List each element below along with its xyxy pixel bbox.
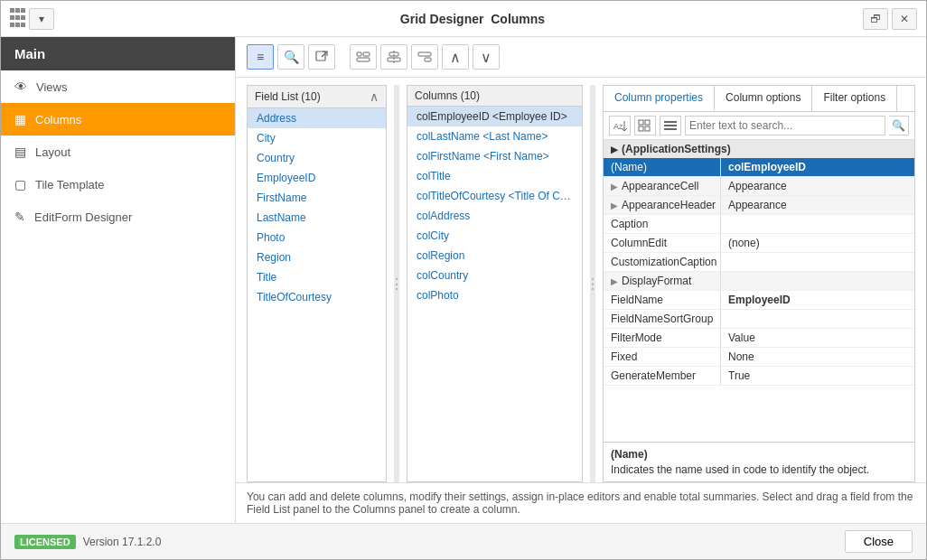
grid-dropdown-btn[interactable]: ▾ — [29, 8, 54, 30]
list-item[interactable]: colTitleOfCourtesy <Title Of Courte…> — [407, 186, 582, 206]
props-value: Appearance — [721, 177, 914, 195]
list-item[interactable]: colCity — [407, 226, 582, 246]
props-sort-btn[interactable]: A Z — [609, 116, 631, 135]
props-search-btn[interactable]: 🔍 — [889, 116, 909, 135]
sidebar-item-tile-template[interactable]: ▢ Tile Template — [1, 168, 235, 201]
props-toolbar: A Z — [604, 112, 914, 140]
sidebar-header: Main — [1, 37, 235, 70]
props-row[interactable]: ColumnEdit (none) — [604, 234, 914, 253]
restore-btn[interactable]: 🗗 — [863, 8, 888, 30]
props-value: Value — [721, 329, 914, 347]
list-item[interactable]: colFirstName <First Name> — [407, 146, 582, 166]
licensed-badge: LICENSED — [14, 535, 76, 549]
layout-icon: ▤ — [14, 145, 26, 159]
props-value: EmployeeID — [721, 291, 914, 309]
move-up-btn[interactable]: ∧ — [442, 44, 469, 70]
footer-close-btn[interactable]: Close — [845, 530, 913, 553]
columns-list-panel: Columns (10) colEmployeeID <Employee ID>… — [407, 85, 583, 482]
drag-handle-2[interactable] — [590, 85, 595, 482]
svg-rect-19 — [664, 128, 677, 130]
svg-rect-9 — [425, 58, 431, 61]
props-search-input[interactable] — [685, 116, 885, 135]
main-layout: Main 👁 Views ▦ Columns ▤ Layout ▢ Tile T… — [1, 37, 926, 523]
drag-handle-1[interactable] — [394, 85, 399, 482]
sidebar-item-layout[interactable]: ▤ Layout — [1, 135, 235, 168]
list-item[interactable]: colRegion — [407, 246, 582, 266]
tab-filter-options[interactable]: Filter options — [812, 86, 897, 111]
props-row[interactable]: Caption — [604, 215, 914, 234]
svg-rect-0 — [316, 51, 325, 61]
props-row[interactable]: ▶ DisplayFormat — [604, 272, 914, 291]
search-btn[interactable]: 🔍 — [277, 44, 304, 70]
props-row[interactable]: FieldName EmployeeID — [604, 291, 914, 310]
svg-rect-17 — [664, 121, 677, 123]
title-prefix: Grid Designer — [400, 12, 484, 26]
props-value — [721, 310, 914, 328]
props-categorize-btn[interactable] — [634, 116, 656, 135]
list-item[interactable]: FirstName — [248, 188, 386, 208]
field-list-header: Field List (10) ∧ — [248, 86, 386, 108]
sidebar: Main 👁 Views ▦ Columns ▤ Layout ▢ Tile T… — [1, 37, 236, 523]
props-row[interactable]: (Name) colEmployeeID — [604, 158, 914, 177]
tab-column-properties[interactable]: Column properties — [604, 86, 715, 111]
props-value: (none) — [721, 234, 914, 252]
props-value — [721, 215, 914, 233]
props-key: FilterMode — [604, 329, 721, 347]
list-item[interactable]: colLastName <Last Name> — [407, 126, 582, 146]
list-item[interactable]: TitleOfCourtesy — [248, 287, 386, 307]
svg-rect-8 — [418, 52, 431, 56]
list-item[interactable]: colAddress — [407, 206, 582, 226]
list-item[interactable]: Title — [248, 267, 386, 287]
props-row[interactable]: FieldNameSortGroup — [604, 310, 914, 329]
eye-icon: 👁 — [14, 79, 27, 94]
props-row[interactable]: CustomizationCaption — [604, 253, 914, 272]
list-item[interactable]: EmployeeID — [248, 168, 386, 188]
list-item[interactable]: Photo — [248, 228, 386, 247]
list-item[interactable]: LastName — [248, 208, 386, 228]
props-row[interactable]: Fixed None — [604, 348, 914, 367]
titlebar: ▾ Grid Designer Columns 🗗 ✕ — [1, 1, 926, 37]
list-item[interactable]: Region — [248, 247, 386, 267]
columns-list-header: Columns (10) — [407, 86, 582, 107]
align-center-btn[interactable] — [380, 44, 407, 70]
tab-column-options[interactable]: Column options — [715, 86, 812, 111]
props-key: (Name) — [604, 158, 721, 176]
list-item[interactable]: City — [248, 128, 386, 148]
align-right-btn[interactable] — [411, 44, 438, 70]
move-down-btn[interactable]: ∨ — [473, 44, 500, 70]
props-key: ▶ AppearanceHeader — [604, 196, 721, 214]
props-row[interactable]: GenerateMember True — [604, 367, 914, 386]
edit-icon: ✎ — [14, 210, 25, 224]
list-item[interactable]: colTitle — [407, 166, 582, 186]
svg-rect-13 — [639, 120, 643, 125]
properties-panel: Column properties Column options Filter … — [603, 85, 915, 482]
list-item[interactable]: colEmployeeID <Employee ID> — [407, 107, 582, 126]
sidebar-item-columns[interactable]: ▦ Columns — [1, 103, 235, 135]
info-bar: You can add and delete columns, modify t… — [236, 482, 926, 523]
field-list: Address City Country EmployeeID FirstNam… — [248, 108, 386, 481]
sidebar-item-label: EditForm Designer — [34, 210, 132, 224]
close-btn[interactable]: ✕ — [892, 8, 917, 30]
props-view-btn[interactable] — [660, 116, 681, 135]
window-title: Grid Designer Columns — [82, 12, 863, 26]
props-row[interactable]: ▶ AppearanceCell Appearance — [604, 177, 914, 196]
list-item[interactable]: colCountry — [407, 266, 582, 285]
props-row[interactable]: ▶ AppearanceHeader Appearance — [604, 196, 914, 215]
list-item[interactable]: Country — [248, 148, 386, 168]
list-item[interactable]: colPhoto — [407, 285, 582, 305]
sidebar-item-views[interactable]: 👁 Views — [1, 70, 235, 103]
sidebar-item-editform[interactable]: ✎ EditForm Designer — [1, 201, 235, 233]
align-left-btn[interactable] — [350, 44, 377, 70]
props-group-appsettings[interactable]: ▶ (ApplicationSettings) — [604, 140, 914, 158]
group-label: (ApplicationSettings) — [622, 143, 731, 155]
list-item[interactable]: Address — [248, 108, 386, 128]
props-value: colEmployeeID — [721, 158, 914, 176]
columns-list-title: Columns (10) — [415, 89, 480, 102]
column-view-btn[interactable]: ≡ — [247, 44, 274, 70]
field-list-title: Field List (10) — [255, 90, 321, 103]
field-list-collapse-btn[interactable]: ∧ — [370, 89, 379, 104]
export-btn[interactable] — [308, 44, 335, 70]
svg-rect-2 — [357, 52, 361, 56]
props-row[interactable]: FilterMode Value — [604, 329, 914, 348]
footer: LICENSED Version 17.1.2.0 Close — [1, 523, 926, 559]
